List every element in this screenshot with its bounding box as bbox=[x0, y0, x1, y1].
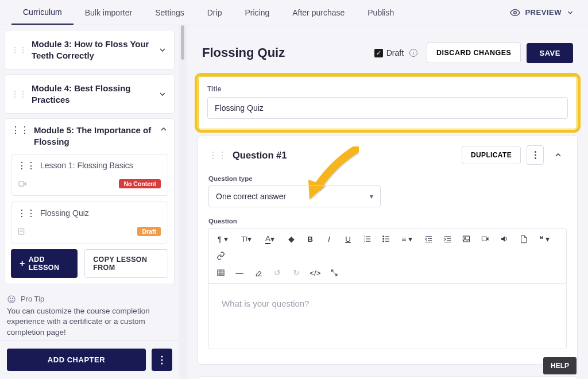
question-more-button[interactable] bbox=[527, 145, 544, 165]
help-button[interactable]: HELP bbox=[543, 357, 577, 374]
sidebar-footer: ADD CHAPTER bbox=[0, 340, 179, 379]
drag-handle-icon[interactable]: ⋮⋮ bbox=[11, 90, 27, 99]
table-button[interactable] bbox=[211, 265, 230, 281]
quote-button[interactable]: ❝ ▾ bbox=[533, 231, 556, 247]
question-heading: Question #1 bbox=[233, 150, 287, 161]
module-title: Module 3: How to Floss Your Teeth Correc… bbox=[32, 38, 153, 61]
bold-button[interactable]: B bbox=[301, 231, 319, 247]
lightbulb-icon bbox=[7, 295, 16, 304]
tab-bulk-importer[interactable]: Bulk importer bbox=[74, 0, 144, 25]
align-button[interactable]: ≡ ▾ bbox=[396, 231, 419, 247]
add-lesson-button[interactable]: + ADD LESSON bbox=[11, 249, 78, 278]
question-type-label: Question type bbox=[208, 175, 567, 182]
tab-settings[interactable]: Settings bbox=[144, 0, 196, 25]
chevron-up-icon bbox=[554, 150, 563, 160]
title-input[interactable] bbox=[207, 97, 568, 119]
add-lesson-label: ADD LESSON bbox=[29, 256, 69, 272]
sidebar-scrollbar[interactable] bbox=[179, 25, 187, 379]
copy-lesson-button[interactable]: COPY LESSON FROM bbox=[84, 249, 168, 278]
lesson-item[interactable]: ⋮⋮ Flossing Quiz Draft bbox=[11, 202, 168, 243]
kebab-icon bbox=[161, 355, 163, 365]
drag-handle-icon[interactable]: ⋮⋮ bbox=[17, 160, 36, 171]
drag-handle-icon[interactable]: ⋮⋮ bbox=[11, 125, 29, 136]
preview-label: PREVIEW bbox=[525, 8, 562, 17]
link-button[interactable] bbox=[211, 247, 230, 264]
paragraph-style-button[interactable]: ¶ ▾ bbox=[211, 231, 234, 247]
svg-point-23 bbox=[382, 238, 384, 239]
info-icon[interactable]: i bbox=[409, 49, 417, 57]
indent-button[interactable] bbox=[438, 231, 457, 247]
horizontal-rule-button[interactable]: — bbox=[230, 265, 249, 281]
more-button[interactable] bbox=[152, 349, 172, 371]
code-view-button[interactable]: </> bbox=[306, 265, 324, 281]
ink-drop-icon[interactable]: ◆ bbox=[282, 231, 300, 247]
scrollbar-thumb[interactable] bbox=[181, 25, 184, 60]
tab-drip[interactable]: Drip bbox=[196, 0, 234, 25]
lesson-name: Flossing Quiz bbox=[40, 208, 89, 218]
duplicate-button[interactable]: DUPLICATE bbox=[462, 146, 521, 164]
preview-button[interactable]: PREVIEW bbox=[503, 7, 581, 18]
undo-button[interactable]: ↺ bbox=[268, 265, 287, 281]
svg-point-0 bbox=[514, 11, 517, 14]
collapse-button[interactable] bbox=[550, 145, 567, 165]
svg-rect-1 bbox=[19, 181, 24, 185]
svg-point-8 bbox=[12, 298, 13, 299]
tab-after-purchase[interactable]: After purchase bbox=[281, 0, 356, 25]
fullscreen-button[interactable] bbox=[325, 265, 343, 281]
draft-toggle[interactable]: ✓ Draft i bbox=[374, 48, 417, 57]
question-type-value: One correct answer bbox=[216, 192, 286, 201]
status-badge: Draft bbox=[137, 227, 161, 236]
svg-point-14 bbox=[535, 157, 536, 159]
tab-curriculum[interactable]: Curriculum bbox=[11, 0, 74, 25]
clear-format-button[interactable] bbox=[249, 265, 268, 281]
italic-button[interactable]: I bbox=[320, 231, 338, 247]
save-button[interactable]: SAVE bbox=[527, 43, 573, 63]
top-nav: Curriculum Bulk importer Settings Drip P… bbox=[0, 0, 588, 25]
file-button[interactable] bbox=[514, 231, 532, 247]
ordered-list-button[interactable]: 123 bbox=[358, 231, 376, 247]
module-title: Module 4: Best Flossing Practices bbox=[32, 83, 153, 105]
module-card-open: ⋮⋮ Module 5: The Importance of Flossing … bbox=[5, 118, 175, 284]
module-card[interactable]: ⋮⋮ Module 4: Best Flossing Practices bbox=[5, 74, 175, 114]
tab-pricing[interactable]: Pricing bbox=[233, 0, 281, 25]
video-button[interactable] bbox=[476, 231, 494, 247]
svg-point-7 bbox=[10, 298, 10, 299]
svg-point-9 bbox=[161, 355, 163, 357]
audio-button[interactable] bbox=[495, 231, 513, 247]
drag-handle-icon[interactable]: ⋮⋮ bbox=[208, 150, 227, 161]
tab-publish[interactable]: Publish bbox=[356, 0, 405, 25]
outdent-button[interactable] bbox=[419, 231, 438, 247]
chevron-up-icon[interactable] bbox=[159, 125, 168, 134]
kebab-icon bbox=[535, 151, 536, 159]
status-badge: No Content bbox=[119, 179, 161, 188]
svg-point-10 bbox=[161, 359, 163, 361]
text-format-button[interactable]: TI ▾ bbox=[235, 231, 258, 247]
lesson-item[interactable]: ⋮⋮ Lesson 1: Flossing Basics No Content bbox=[11, 154, 168, 196]
draft-label: Draft bbox=[386, 48, 404, 57]
editor-body[interactable]: What is your question? bbox=[209, 284, 566, 349]
svg-rect-41 bbox=[217, 270, 223, 276]
svg-marker-40 bbox=[501, 236, 505, 242]
video-icon bbox=[17, 180, 28, 188]
image-button[interactable] bbox=[457, 231, 475, 247]
eye-icon bbox=[510, 7, 520, 18]
pro-tip-text: You can customize the course completion … bbox=[7, 306, 172, 339]
discard-button[interactable]: DISCARD CHANGES bbox=[427, 42, 521, 63]
svg-line-48 bbox=[335, 273, 337, 276]
drag-handle-icon[interactable]: ⋮⋮ bbox=[17, 208, 36, 219]
content-header: Flossing Quiz ✓ Draft i DISCARD CHANGES … bbox=[187, 25, 588, 70]
question-type-select[interactable]: One correct answer ▾ bbox=[208, 185, 381, 207]
question-editor: ¶ ▾ TI ▾ A ▾ ◆ B I U 123 ≡ ▾ ❝ ▾ bbox=[208, 228, 567, 349]
unordered-list-button[interactable] bbox=[377, 231, 395, 247]
chevron-down-icon[interactable] bbox=[158, 45, 167, 55]
chevron-down-icon[interactable] bbox=[158, 90, 167, 99]
add-chapter-button[interactable]: ADD CHAPTER bbox=[7, 349, 146, 371]
caret-down-icon: ▾ bbox=[370, 192, 373, 200]
font-color-button[interactable]: A ▾ bbox=[258, 231, 281, 247]
svg-point-12 bbox=[535, 151, 536, 153]
drag-handle-icon[interactable]: ⋮⋮ bbox=[11, 45, 27, 55]
pro-tip-label: Pro Tip bbox=[21, 295, 44, 303]
module-card[interactable]: ⋮⋮ Module 3: How to Floss Your Teeth Cor… bbox=[5, 30, 175, 69]
underline-button[interactable]: U bbox=[339, 231, 357, 247]
redo-button[interactable]: ↻ bbox=[287, 265, 305, 281]
